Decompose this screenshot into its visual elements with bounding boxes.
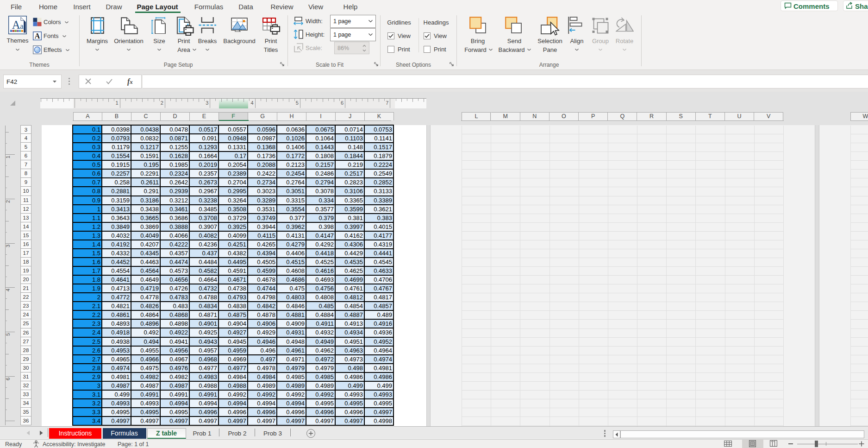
- svg-text:a: a: [20, 22, 24, 31]
- svg-text:A: A: [12, 19, 20, 31]
- svg-text:A: A: [35, 32, 40, 40]
